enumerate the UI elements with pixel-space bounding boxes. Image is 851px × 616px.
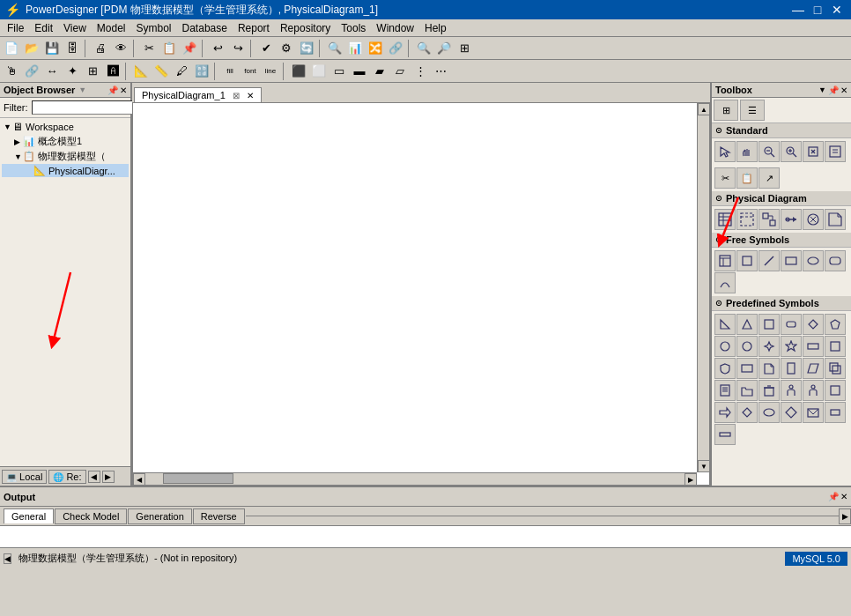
undo-btn[interactable]: ↩ [208,39,227,58]
pointer-tool[interactable] [714,141,736,162]
arrow-tool[interactable]: ↗ [758,167,780,189]
expand-conceptual[interactable]: ▶ [14,137,23,146]
gen-btn[interactable]: ⚙ [277,39,296,58]
toolbox-header-controls[interactable]: ▼ 📌 ✕ [818,85,847,95]
ps-rect3[interactable] [825,380,846,401]
ps-arrow-right[interactable] [714,402,736,423]
expand-physical[interactable]: ▼ [14,152,23,161]
tb2-align-r[interactable]: ▭ [329,62,349,81]
menu-database[interactable]: Database [177,20,233,36]
fs-table-tool[interactable] [714,250,736,271]
tb2-btn10[interactable]: 🔡 [192,62,211,81]
ps-rounded-rect[interactable] [781,314,802,335]
ob-pin-btn[interactable]: 📌 [107,85,118,95]
tb2-align-m[interactable]: ▰ [370,62,389,81]
canvas-tab-pin[interactable]: ⊠ [233,91,240,100]
tb2-btn6[interactable]: 🅰 [103,62,122,81]
output-close-btn[interactable]: ✕ [840,492,847,501]
output-tab-general[interactable]: General [4,508,54,523]
hand-tool[interactable] [736,141,758,162]
ps-folder[interactable] [736,380,758,401]
output-tab-generation[interactable]: Generation [128,508,191,524]
ps-square[interactable] [758,314,780,335]
toolbox-section-predefined[interactable]: ⊙ Predefined Symbols [712,296,851,311]
open-btn[interactable]: 📂 [22,39,41,58]
fit-btn[interactable]: ⊞ [455,39,474,58]
output-header-controls[interactable]: 📌 ✕ [828,492,847,501]
ps-small-square[interactable] [825,336,846,357]
compare-btn[interactable]: 🔀 [366,39,385,58]
toolbox-section-standard[interactable]: ⊙ Standard [712,123,851,138]
local-tab-btn[interactable]: 💻 Local [2,470,47,484]
tb2-dist-v[interactable]: ⋯ [431,62,450,81]
zoom-out-btn[interactable]: 🔎 [434,39,454,58]
window-controls[interactable]: — □ ✕ [789,2,846,18]
scroll-right-btn[interactable]: ▶ [684,473,697,486]
copy-tool[interactable]: 📋 [736,167,758,189]
tb2-align-b[interactable]: ▱ [390,62,410,81]
zoom-in-tool[interactable] [781,141,802,162]
tb2-btn3[interactable]: ↔ [42,62,62,81]
canvas-tab-diagram[interactable]: PhysicalDiagram_1 ⊠ ✕ [134,87,262,102]
ps-person[interactable] [781,380,802,401]
menu-window[interactable]: Window [371,20,419,36]
ps-wide-rect2[interactable] [736,358,758,379]
tree-conceptual[interactable]: ▶ 📊 概念模型1 [2,134,129,149]
ps-diamond3[interactable] [781,402,802,423]
pd-proc-tool[interactable] [803,209,824,230]
tb2-color2[interactable]: font [240,62,260,81]
ps-wide-rect3[interactable] [714,424,736,445]
menu-help[interactable]: Help [419,20,452,36]
redo-btn[interactable]: ↪ [228,39,248,58]
tb2-align-t[interactable]: ▬ [350,62,369,81]
scrollbar-thumb-h[interactable] [163,473,233,484]
status-prev-btn[interactable]: ◀ [4,553,11,564]
ps-diamond2[interactable] [736,402,758,423]
pd-ref-tool[interactable] [781,209,802,230]
section-collapse-predefined[interactable]: ⊙ [715,299,722,308]
pd-note-tool[interactable] [825,209,846,230]
section-collapse-free[interactable]: ⊙ [715,235,722,244]
print-prev-btn[interactable]: 👁 [111,39,130,58]
fs-box-tool[interactable] [736,250,758,271]
ps-star5[interactable] [781,336,802,357]
tb2-btn5[interactable]: ⊞ [83,62,102,81]
ob-pin-icon[interactable]: ▼ [78,85,86,94]
maximize-button[interactable]: □ [809,2,826,18]
tb2-btn9[interactable]: 🖊 [172,62,191,81]
ps-envelope[interactable] [803,402,824,423]
ps-oval[interactable] [758,402,780,423]
ps-trash[interactable] [758,380,780,401]
ps-shield[interactable] [714,358,736,379]
tb2-btn1[interactable]: 🖱 [2,62,21,81]
ps-star4[interactable] [758,336,780,357]
zoom-in-btn[interactable]: 🔍 [414,39,433,58]
ob-header-controls[interactable]: 📌 ✕ [107,85,127,95]
merge-btn[interactable]: 🔗 [386,39,405,58]
tree-physical[interactable]: ▼ 📋 物理数据模型（ [2,149,129,164]
canvas-tab-close[interactable]: ✕ [247,91,254,100]
menu-file[interactable]: File [2,20,29,36]
new-btn[interactable]: 📄 [2,39,21,58]
ps-diamond[interactable] [803,314,824,335]
vertical-scrollbar[interactable]: ▲ ▼ [697,103,709,472]
ps-person2[interactable] [803,380,824,401]
ob-scroll-right[interactable]: ▶ [102,471,115,483]
menu-edit[interactable]: Edit [29,20,58,36]
find-btn[interactable]: 🔍 [325,39,344,58]
menu-view[interactable]: View [58,20,92,36]
section-collapse-physical[interactable]: ⊙ [715,194,722,203]
toolbox-section-physical[interactable]: ⊙ Physical Diagram [712,191,851,206]
tb2-dist-h[interactable]: ⋮ [411,62,430,81]
impact-btn[interactable]: 📊 [345,39,365,58]
horizontal-scrollbar[interactable]: ◀ ▶ [133,472,697,485]
tb2-btn2[interactable]: 🔗 [22,62,41,81]
tree-workspace[interactable]: ▼ 🖥 Workspace [2,120,129,134]
paste-btn[interactable]: 📌 [180,39,199,58]
minimize-button[interactable]: — [789,2,807,18]
fs-rect-tool[interactable] [781,250,802,271]
menu-repository[interactable]: Repository [275,20,336,36]
ps-file[interactable] [714,380,736,401]
ps-overlap-rect[interactable] [825,358,846,379]
ps-doc[interactable] [758,358,780,379]
